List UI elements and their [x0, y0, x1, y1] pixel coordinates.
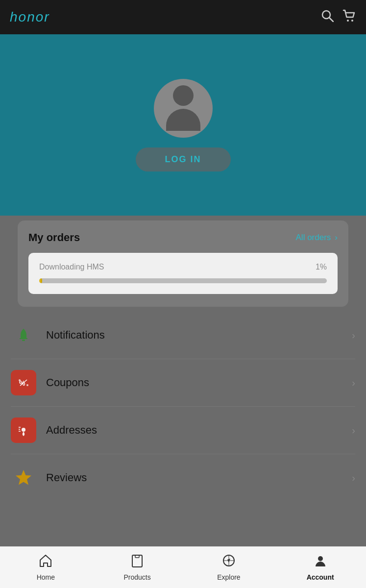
svg-point-7 — [19, 379, 21, 381]
notifications-label: Notifications — [46, 329, 352, 342]
orders-title: My orders — [28, 231, 80, 244]
avatar — [154, 79, 213, 138]
svg-line-1 — [329, 18, 333, 22]
account-icon — [314, 554, 327, 571]
coupon-icon: % — [11, 370, 36, 395]
progress-bar-fill — [39, 278, 42, 283]
orders-card: My orders All orders › Downloading HMS 1… — [18, 220, 348, 307]
progress-bar-track — [39, 278, 327, 283]
menu-list: Notifications › % Coupons › — [0, 307, 366, 506]
all-orders-link[interactable]: All orders › — [296, 233, 338, 243]
profile-area: LOG IN — [0, 34, 366, 216]
svg-rect-16 — [135, 555, 139, 558]
nav-label-products: Products — [124, 573, 151, 581]
svg-rect-15 — [132, 555, 142, 567]
search-icon[interactable] — [321, 9, 334, 25]
all-orders-label: All orders — [296, 233, 331, 243]
addresses-chevron: › — [352, 425, 355, 436]
avatar-person — [166, 85, 200, 131]
download-percent: 1% — [316, 263, 327, 271]
menu-item-addresses[interactable]: Addresses › — [11, 407, 355, 454]
svg-rect-4 — [22, 340, 25, 341]
orders-header: My orders All orders › — [28, 231, 338, 244]
avatar-body — [166, 109, 200, 131]
coupons-label: Coupons — [46, 376, 352, 389]
nav-item-explore[interactable]: Explore — [183, 547, 275, 588]
app-logo: honor — [10, 9, 50, 25]
svg-point-8 — [26, 384, 28, 386]
download-header: Downloading HMS 1% — [39, 263, 327, 271]
svg-point-2 — [347, 20, 349, 22]
nav-label-home: Home — [37, 573, 55, 581]
nav-label-account: Account — [307, 573, 334, 581]
download-label: Downloading HMS — [39, 263, 104, 271]
reviews-label: Reviews — [46, 471, 352, 484]
nav-label-explore: Explore — [217, 573, 240, 581]
star-icon — [11, 465, 36, 490]
svg-point-11 — [22, 428, 25, 432]
home-icon — [39, 554, 52, 571]
explore-icon — [222, 554, 236, 571]
products-icon — [131, 554, 144, 571]
login-button[interactable]: LOG IN — [136, 147, 231, 172]
bell-icon — [11, 322, 36, 348]
bottom-nav: Home Products Explore — [0, 546, 366, 588]
menu-item-notifications[interactable]: Notifications › — [11, 312, 355, 359]
top-bar: honor — [0, 0, 366, 34]
notifications-chevron: › — [352, 330, 355, 341]
svg-point-20 — [318, 556, 323, 561]
avatar-head — [173, 85, 194, 106]
menu-item-reviews[interactable]: Reviews › — [11, 454, 355, 501]
address-icon — [11, 417, 36, 443]
nav-item-account[interactable]: Account — [274, 547, 366, 588]
nav-item-products[interactable]: Products — [92, 547, 183, 588]
top-bar-icons — [321, 9, 356, 25]
addresses-label: Addresses — [46, 424, 352, 437]
svg-point-3 — [351, 20, 353, 22]
reviews-chevron: › — [352, 472, 355, 484]
download-card: Downloading HMS 1% — [28, 253, 338, 294]
all-orders-chevron: › — [335, 233, 338, 243]
cart-icon[interactable] — [342, 9, 356, 25]
menu-item-coupons[interactable]: % Coupons › — [11, 359, 355, 407]
nav-item-home[interactable]: Home — [0, 547, 92, 588]
coupons-chevron: › — [352, 377, 355, 389]
